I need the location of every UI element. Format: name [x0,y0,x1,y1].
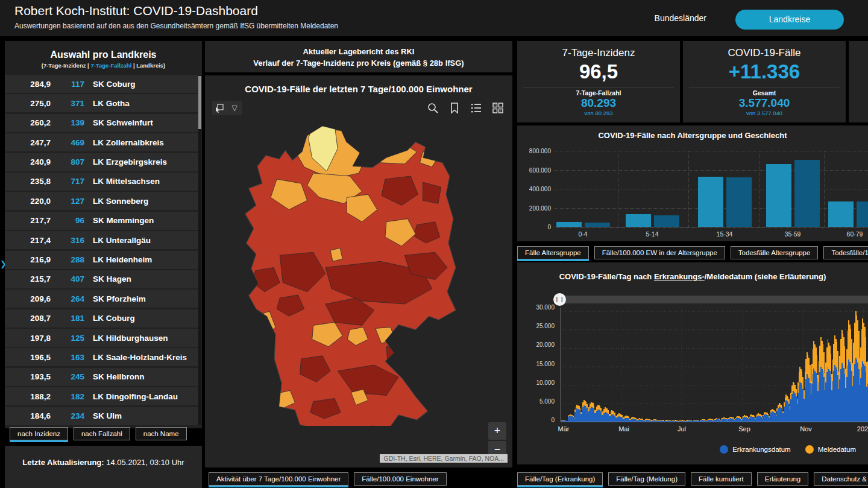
district-row[interactable]: 235,8717LK Mittelsachsen [5,173,199,191]
basemap-icon[interactable]: ?? [492,102,504,114]
y-tick-label: 30.000 [517,304,555,311]
list-icon[interactable] [470,102,482,114]
district-fz: 182 [51,392,84,401]
kpi-sub-label: 7-Tage-Fallzahl [517,89,680,97]
tab-faelle-kumuliert[interactable]: Fälle kumuliert [691,472,752,486]
kpi-7-tage-inzidenz: 7-Tage-Inzidenz 96,5 7-Tage-Fallzahl 80.… [517,41,680,122]
district-row[interactable]: 240,9807LK Erzgebirgskreis [5,153,199,171]
district-row[interactable]: 196,5163LK Saale-Holzland-Kreis [5,348,199,366]
tab-todesfaelle-altersgruppe[interactable]: Todesfälle Altersgruppe [731,246,819,259]
x-tick-label: 5-14 [646,230,658,238]
district-row[interactable]: 217,796SK Memmingen [5,212,199,230]
scrollbar-thumb[interactable] [198,76,201,129]
x-tick-label: Mär [558,425,570,433]
district-fz: 117 [51,80,84,89]
district-row[interactable]: 193,5245SK Heilbronn [5,368,199,386]
district-inz: 220,0 [5,197,51,206]
age-bar-group[interactable] [556,222,610,227]
nav-landkreise-button[interactable]: Landkreise [735,10,844,30]
age-bar-group[interactable] [626,214,679,227]
report-link-line1[interactable]: Aktueller Lagebericht des RKI [205,43,512,56]
tab-nach-fallzahl[interactable]: nach Fallzahl [74,427,130,440]
district-row[interactable]: 184,6234SK Ulm [5,407,199,425]
age-bar-group[interactable] [828,201,868,227]
kpi-sub-label: Gesamt [683,89,846,97]
gridline [688,151,689,227]
district-row[interactable]: 215,7407SK Hagen [5,270,199,288]
district-row[interactable]: 260,2139SK Schweinfurt [5,114,199,132]
map-select-icon[interactable] [212,101,227,115]
tab-faelle-tag-erkrankung[interactable]: Fälle/Tag (Erkrankung) [517,472,603,486]
orange-dot-icon [805,445,814,454]
nav-bundeslaender-button[interactable]: Bundesländer [655,13,706,23]
blue-dot-icon [720,445,728,454]
age-bar-dark_blue[interactable] [794,160,820,227]
legend-meldedatum[interactable]: Meldedatum [805,445,856,454]
y-tick-label: 25.000 [517,323,555,329]
tab-todesfaelle-100000[interactable]: Todesfälle/100.000 EW [823,246,868,259]
kpi-sub-note: von 3.577.040 [683,110,846,116]
district-list-scrollbar[interactable] [198,75,201,425]
age-bar-group[interactable] [766,160,820,227]
tab-faelle-tag-meldung[interactable]: Fälle/Tag (Meldung) [608,472,685,486]
x-tick-label: 35-59 [785,230,801,238]
district-fz: 139 [51,118,84,127]
age-bar-light_blue[interactable] [556,222,582,227]
district-nm: SK Hagen [84,274,199,284]
age-bar-light_blue[interactable] [698,177,723,227]
time-slider-handle[interactable]: ❙❙ [553,293,566,306]
map-title: COVID-19-Fälle der letzten 7 Tage/100.00… [205,75,512,94]
district-row[interactable]: 208,7181LK Coburg [5,309,199,328]
district-row[interactable]: 197,8125LK Hildburghausen [5,329,199,347]
age-bar-dark_blue[interactable] [585,223,610,227]
daily-chart-tabs: Fälle/Tag (Erkrankung) Fälle/Tag (Meldun… [517,472,868,486]
district-row[interactable]: 284,9117SK Coburg [5,75,199,93]
tab-faelle-100000-ew[interactable]: Fälle/100.000 EW in der Altersgruppe [594,246,725,259]
tab-faelle-altersgruppe[interactable]: Fälle Altersgruppe [517,246,589,259]
search-icon[interactable] [427,102,439,114]
last-update-panel: Letzte Aktualisierung: 14.05.2021, 03:10… [5,446,202,488]
age-bar-dark_blue[interactable] [654,215,679,227]
district-list: 284,9117SK Coburg275,0371LK Gotha260,213… [5,75,199,426]
district-nm: LK Heidenheim [84,255,199,264]
district-fz: 96 [51,216,84,225]
gridline [555,227,868,227]
tab-erlaeuterung[interactable]: Erläuterung [757,472,808,486]
y-tick-label: 0 [517,417,555,423]
time-slider-track[interactable] [561,296,868,303]
district-row[interactable]: 220,0127LK Sonneberg [5,192,199,210]
age-bar-group[interactable] [698,177,752,227]
legend-erkrankungsdatum[interactable]: Erkrankungsdatum [720,445,791,454]
age-bar-light_blue[interactable] [626,214,651,227]
subtitle-fallzahl-link[interactable]: 7-Tage-Fallzahl [90,62,131,69]
erkrankungs-link[interactable]: Erkrankungs- [654,272,705,281]
germany-choropleth-map[interactable] [222,115,496,426]
tab-datenschutz-impressum[interactable]: Datenschutz & Impressum [814,472,868,486]
report-link-line2[interactable]: Verlauf der 7-Tage-Inzidenz pro Kreis (g… [205,59,512,68]
district-row[interactable]: 247,7469LK Zollernalbkreis [5,133,199,151]
district-row[interactable]: 275,0371LK Gotha [5,94,199,112]
divider [523,87,674,87]
tab-nach-inzidenz[interactable]: nach Inzidenz [10,427,68,440]
district-nm: LK Erzgebirgskreis [84,157,199,166]
tab-aktivitaet-7-tage[interactable]: Aktivität über 7 Tage/100.000 Einwohner [209,472,348,486]
age-bar-dark_blue[interactable] [857,201,868,227]
tab-faelle-100000[interactable]: Fälle/100.000 Einwohner [354,472,446,486]
zoom-in-button[interactable]: + [488,422,506,440]
district-nm: SK Heilbronn [84,372,199,381]
district-inz: 216,9 [5,255,51,264]
chevron-down-icon[interactable]: ▽ [227,101,242,115]
tab-nach-name[interactable]: nach Name [136,427,187,440]
district-row[interactable]: 216,9288LK Heidenheim [5,251,199,269]
district-panel-title: Auswahl pro Landkreis [5,41,202,60]
map-left-controls: ▽ [212,101,242,115]
age-bar-light_blue[interactable] [828,201,854,227]
district-inz: 196,5 [5,353,51,362]
age-bar-light_blue[interactable] [766,164,791,227]
age-bar-dark_blue[interactable] [726,177,752,227]
district-row[interactable]: 188,2182LK Dingolfing-Landau [5,387,199,405]
bookmark-icon[interactable] [448,102,461,114]
district-row[interactable]: 209,6264SK Pforzheim [5,290,199,308]
district-row[interactable]: 217,4316LK Unterallgäu [5,231,199,249]
x-tick-label: 0-4 [578,230,587,238]
